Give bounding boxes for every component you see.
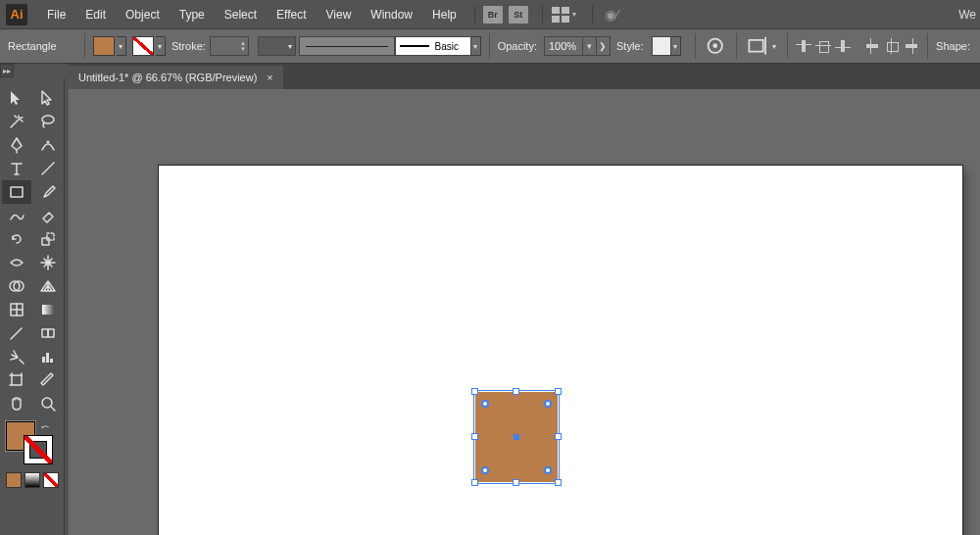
rotate-tool[interactable] xyxy=(2,227,31,251)
gpu-preview-icon[interactable]: ◉⁄ xyxy=(605,7,618,23)
menu-window[interactable]: Window xyxy=(361,2,422,27)
expand-dock-icon[interactable]: ▸▸ xyxy=(0,64,14,77)
canvas-area[interactable] xyxy=(69,89,980,535)
column-graph-tool[interactable] xyxy=(33,345,63,368)
menu-select[interactable]: Select xyxy=(215,2,267,27)
align-left-icon[interactable] xyxy=(796,38,811,54)
shape-properties-label[interactable]: Shape: xyxy=(936,40,970,52)
stock-icon[interactable]: St xyxy=(509,6,528,24)
blend-tool[interactable] xyxy=(33,321,63,345)
brush-name[interactable]: Basic xyxy=(395,36,471,56)
shaper-tool[interactable] xyxy=(2,204,31,227)
shape-builder-tool[interactable] xyxy=(2,274,31,298)
fill-control[interactable]: ▾ xyxy=(93,36,126,56)
chevron-down-icon[interactable]: ▾ xyxy=(572,10,576,19)
corner-widget-tr[interactable] xyxy=(544,400,552,408)
fill-swatch[interactable] xyxy=(93,36,115,56)
menu-view[interactable]: View xyxy=(317,2,362,27)
gradient-tool[interactable] xyxy=(33,298,63,321)
recolor-artwork-icon[interactable] xyxy=(705,36,725,56)
eraser-tool[interactable] xyxy=(33,204,63,227)
symbol-sprayer-tool[interactable] xyxy=(2,345,31,368)
stroke-dropdown-icon[interactable]: ▾ xyxy=(156,36,166,56)
opacity-dropdown-icon[interactable]: ▾ xyxy=(583,36,597,56)
align-hcenter-icon[interactable] xyxy=(815,38,831,54)
rectangle-tool[interactable] xyxy=(2,180,31,204)
color-mode-solid[interactable] xyxy=(6,472,22,488)
align-bottom-icon[interactable] xyxy=(904,38,919,54)
selection-tool[interactable] xyxy=(2,86,31,110)
chevron-down-icon[interactable]: ▾ xyxy=(285,36,295,56)
corner-widget-bl[interactable] xyxy=(481,466,489,474)
brush-dropdown-icon[interactable]: ▾ xyxy=(471,36,481,56)
eyedropper-tool[interactable] xyxy=(2,321,31,345)
curvature-tool[interactable] xyxy=(33,133,63,157)
menu-file[interactable]: File xyxy=(37,2,75,27)
fill-stroke-indicator[interactable]: ⤺ xyxy=(6,421,55,464)
opacity-input[interactable]: 100% xyxy=(544,36,583,56)
stroke-control[interactable]: ▾ xyxy=(132,36,166,56)
direct-selection-tool[interactable] xyxy=(33,86,63,110)
resize-handle-ml[interactable] xyxy=(471,433,478,440)
corner-widget-tl[interactable] xyxy=(481,400,489,408)
color-mode-none[interactable] xyxy=(43,472,59,488)
chevron-down-icon[interactable]: ▾ xyxy=(769,36,779,56)
arrange-documents-icon[interactable] xyxy=(551,6,570,24)
resize-handle-bl[interactable] xyxy=(471,479,478,486)
magic-wand-tool[interactable] xyxy=(2,110,31,133)
menu-type[interactable]: Type xyxy=(170,2,215,27)
close-tab-icon[interactable]: × xyxy=(267,72,272,83)
align-right-icon[interactable] xyxy=(835,38,851,54)
color-mode-gradient[interactable] xyxy=(24,472,40,488)
opacity-more-icon[interactable]: ❯ xyxy=(597,36,611,56)
slice-tool[interactable] xyxy=(33,368,63,392)
stroke-color-box[interactable] xyxy=(24,435,53,464)
svg-rect-12 xyxy=(42,305,54,315)
center-point[interactable] xyxy=(514,434,519,440)
width-tool[interactable] xyxy=(2,251,31,274)
line-segment-tool[interactable] xyxy=(33,157,63,180)
brush-definition[interactable] xyxy=(299,36,395,56)
resize-handle-bm[interactable] xyxy=(513,479,519,486)
align-to-icon[interactable] xyxy=(747,36,767,56)
menu-edit[interactable]: Edit xyxy=(75,2,116,27)
document-tab[interactable]: Untitled-1* @ 66.67% (RGB/Preview) × xyxy=(69,66,283,89)
hand-tool[interactable] xyxy=(2,392,31,415)
stroke-weight-label[interactable]: Stroke: xyxy=(172,40,206,52)
type-tool[interactable] xyxy=(2,157,31,180)
fill-dropdown-icon[interactable]: ▾ xyxy=(117,36,126,56)
align-top-icon[interactable] xyxy=(864,38,880,54)
svg-rect-6 xyxy=(42,238,49,245)
mesh-tool[interactable] xyxy=(2,298,31,321)
variable-width-profile[interactable]: ▾ xyxy=(258,36,296,56)
resize-handle-br[interactable] xyxy=(555,479,562,486)
pen-tool[interactable] xyxy=(2,133,31,157)
scale-tool[interactable] xyxy=(33,227,63,251)
corner-widget-br[interactable] xyxy=(544,466,552,474)
opacity-label[interactable]: Opacity: xyxy=(498,40,537,52)
stepper-icon[interactable]: ▲▼ xyxy=(240,40,246,52)
resize-handle-tm[interactable] xyxy=(513,388,519,395)
bridge-icon[interactable]: Br xyxy=(483,6,503,24)
menu-help[interactable]: Help xyxy=(422,2,466,27)
stroke-swatch-none[interactable] xyxy=(132,36,154,56)
menu-effect[interactable]: Effect xyxy=(267,2,316,27)
menu-object[interactable]: Object xyxy=(116,2,170,27)
style-dropdown-icon[interactable]: ▾ xyxy=(671,36,681,56)
perspective-grid-tool[interactable] xyxy=(33,274,63,298)
artboard-tool[interactable] xyxy=(2,368,31,392)
swap-fill-stroke-icon[interactable]: ⤺ xyxy=(41,421,53,433)
resize-handle-tl[interactable] xyxy=(471,388,478,395)
style-label[interactable]: Style: xyxy=(616,40,644,52)
align-vcenter-icon[interactable] xyxy=(884,38,900,54)
stroke-weight-input[interactable]: ▲▼ xyxy=(210,36,249,56)
resize-handle-mr[interactable] xyxy=(555,433,562,440)
workspace-label-truncated[interactable]: We xyxy=(958,8,976,22)
resize-handle-tr[interactable] xyxy=(555,388,562,395)
paintbrush-tool[interactable] xyxy=(33,180,63,204)
free-transform-tool[interactable] xyxy=(33,251,63,274)
lasso-tool[interactable] xyxy=(33,110,63,133)
zoom-tool[interactable] xyxy=(33,392,63,415)
graphic-style-swatch[interactable] xyxy=(652,36,671,56)
selected-rectangle[interactable] xyxy=(475,392,558,482)
